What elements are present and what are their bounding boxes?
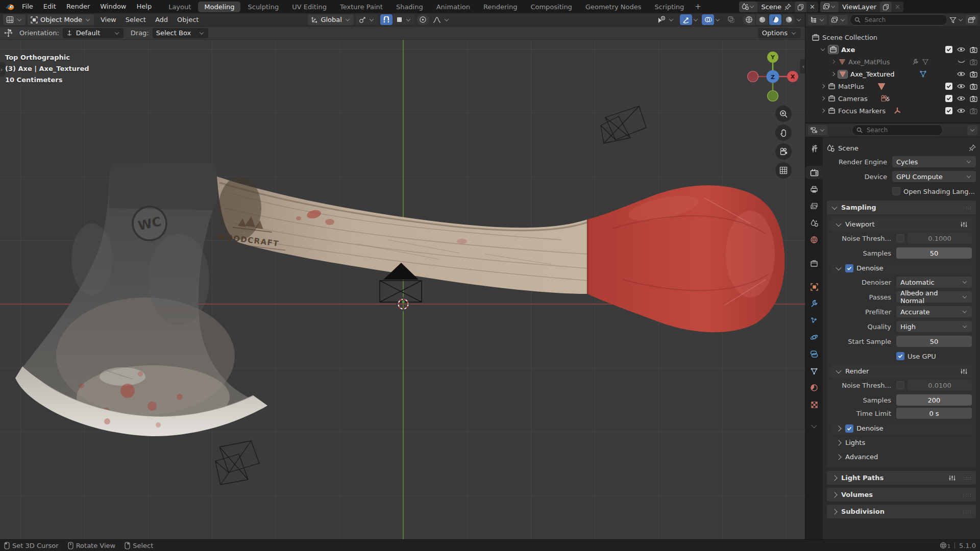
object-visibility-dropdown[interactable]	[654, 14, 677, 25]
hide-eye-toggle[interactable]	[957, 46, 966, 53]
proportional-falloff-dropdown[interactable]	[430, 14, 453, 25]
pin-icon[interactable]	[785, 4, 791, 10]
gizmo-axis-x-neg[interactable]	[748, 71, 758, 82]
hide-eye-toggle[interactable]	[957, 83, 966, 89]
vp-denoise-checkbox[interactable]	[845, 264, 853, 272]
outliner-search-input[interactable]	[864, 16, 943, 24]
outliner-row-axe-textured[interactable]: Axe_Textured	[805, 68, 980, 80]
shading-rendered-button[interactable]	[782, 14, 795, 25]
sampling-panel-header[interactable]: Sampling ::::	[827, 201, 976, 214]
camera-view-button[interactable]	[775, 143, 792, 160]
presets-icon[interactable]	[960, 221, 968, 228]
outliner-search[interactable]	[850, 14, 947, 26]
props-tab-object[interactable]	[805, 280, 823, 293]
presets-icon[interactable]	[960, 368, 968, 375]
disable-render-toggle[interactable]	[969, 46, 978, 53]
mode-selector[interactable]: Object Mode	[28, 14, 94, 25]
camera-empty-top[interactable]	[601, 106, 646, 143]
outliner-row-axe-matplus[interactable]: Axe_MatPlus	[805, 56, 980, 68]
drag-dropdown[interactable]: Select Box	[153, 28, 208, 38]
start-sample-field[interactable]: 50	[896, 336, 972, 347]
rn-denoise-checkbox[interactable]	[845, 424, 853, 433]
collection-checkbox[interactable]	[945, 83, 952, 90]
props-tab-physics[interactable]	[805, 331, 823, 344]
outliner-filter-view-dropdown[interactable]	[829, 15, 848, 25]
outliner-row-axe[interactable]: Axe	[805, 43, 980, 56]
sampling-render-header[interactable]: Render	[831, 365, 972, 378]
copy-viewlayer-button[interactable]	[880, 2, 892, 12]
render-engine-dropdown[interactable]: Cycles	[892, 156, 976, 167]
tab-modeling[interactable]: Modeling	[198, 2, 240, 12]
time-limit-field[interactable]: 0 s	[896, 408, 972, 419]
props-tab-particles[interactable]	[805, 314, 823, 327]
menu-window[interactable]: Window	[95, 0, 131, 13]
tab-texture-paint[interactable]: Texture Paint	[334, 2, 389, 12]
gizmo-axis-y-neg[interactable]	[768, 91, 778, 102]
panel-grip[interactable]: ::::	[963, 492, 972, 497]
vp-samples-field[interactable]: 50	[896, 247, 972, 259]
hide-eye-toggle[interactable]	[957, 108, 966, 114]
expand-icon[interactable]	[821, 84, 825, 88]
tab-compositing[interactable]: Compositing	[524, 2, 578, 12]
editor-type-button[interactable]	[3, 14, 26, 25]
props-tab-modifiers[interactable]	[805, 297, 823, 310]
new-collection-button[interactable]	[966, 15, 977, 25]
props-tab-view-layer[interactable]	[805, 199, 823, 213]
delete-viewlayer-button[interactable]: ✕	[892, 3, 903, 11]
tab-shading[interactable]: Shading	[390, 2, 429, 12]
browse-viewlayer-button[interactable]	[820, 2, 839, 12]
props-tab-world[interactable]	[805, 233, 823, 246]
cube-empty[interactable]	[380, 281, 422, 302]
use-gpu-checkbox[interactable]	[896, 352, 904, 360]
tab-uv-editing[interactable]: UV Editing	[286, 2, 333, 12]
props-tab-object-data[interactable]	[805, 364, 823, 378]
disable-render-toggle[interactable]	[969, 83, 978, 90]
toolbar-expand-tab[interactable]: ›	[0, 62, 5, 77]
overlays-dropdown[interactable]	[716, 17, 720, 21]
snap-target-dropdown[interactable]	[393, 14, 414, 25]
viewlayer-name[interactable]: ViewLayer	[842, 3, 876, 11]
outliner-row-matplus[interactable]: MatPlus	[805, 80, 980, 92]
properties-search-input[interactable]	[866, 126, 938, 134]
lights-header[interactable]: Lights	[831, 436, 972, 449]
props-tab-material[interactable]	[805, 381, 823, 394]
collection-checkbox[interactable]	[945, 95, 952, 102]
expand-icon[interactable]	[821, 46, 825, 51]
tab-sculpting[interactable]: Sculpting	[241, 2, 285, 12]
properties-editor-type-dropdown[interactable]	[808, 125, 827, 135]
viewport-canvas[interactable]: WC WOODCRAFT	[0, 40, 805, 539]
xray-toggle[interactable]	[725, 14, 737, 25]
tab-animation[interactable]: Animation	[430, 2, 476, 12]
panel-grip[interactable]: ::::	[963, 205, 972, 210]
toggle-orthographic-button[interactable]	[775, 162, 792, 179]
volumes-header[interactable]: Volumes ::::	[827, 488, 976, 502]
camera-empty-bottom[interactable]	[215, 441, 259, 485]
shading-material-button[interactable]	[769, 14, 781, 25]
device-dropdown[interactable]: GPU Compute	[892, 171, 976, 182]
browse-scene-button[interactable]	[739, 2, 757, 12]
prefilter-dropdown[interactable]: Accurate	[896, 306, 972, 317]
collection-checkbox[interactable]	[945, 46, 952, 53]
expand-icon[interactable]	[831, 72, 835, 76]
tab-scripting[interactable]: Scripting	[649, 2, 691, 12]
tab-geometry-nodes[interactable]: Geometry Nodes	[579, 2, 648, 12]
props-tab-scene[interactable]	[805, 216, 823, 230]
sampling-viewport-header[interactable]: Viewport	[831, 218, 972, 231]
props-tab-output[interactable]	[805, 183, 823, 196]
snap-toggle[interactable]	[380, 14, 393, 25]
hide-eye-toggle[interactable]	[957, 95, 966, 102]
rn-noise-threshold-field[interactable]: 0.0100	[908, 380, 972, 391]
denoiser-dropdown[interactable]: Automatic	[896, 277, 972, 288]
breadcrumb-scene[interactable]: Scene	[838, 144, 859, 152]
props-tab-texture[interactable]	[805, 398, 823, 411]
presets-icon[interactable]	[948, 474, 956, 482]
disable-render-toggle[interactable]	[969, 95, 978, 102]
quality-dropdown[interactable]: High	[896, 321, 972, 332]
menu-edit[interactable]: Edit	[38, 0, 61, 13]
hide-eye-toggle[interactable]	[957, 59, 966, 64]
pan-button[interactable]	[775, 124, 792, 141]
expand-icon[interactable]	[831, 60, 835, 64]
options-dropdown[interactable]: Options	[758, 28, 801, 38]
zoom-button[interactable]	[775, 106, 792, 122]
menu-file[interactable]: File	[17, 0, 38, 13]
